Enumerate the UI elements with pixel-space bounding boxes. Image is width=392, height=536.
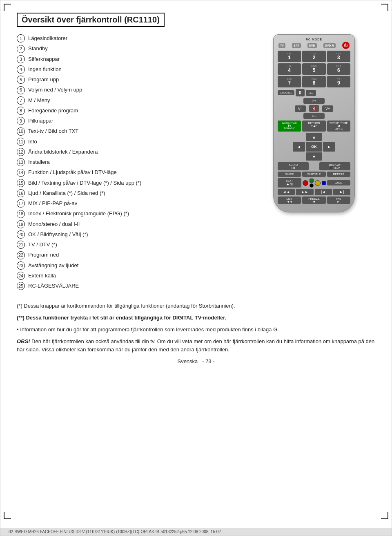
content-area: 1Lägesindikatorer2Standby3Sifferknappar4… [17, 34, 375, 292]
list-number-17: 17 [17, 199, 25, 208]
nav-right-button[interactable]: ► [323, 142, 335, 152]
nav-down-button[interactable]: ▼ [306, 152, 322, 161]
list-item-4: 4Ingen funktion [17, 65, 253, 74]
mode-buttons-row: TV SAT DVD DVD-R ⏻ [278, 42, 350, 49]
green-button[interactable] [310, 179, 314, 183]
num-btn-9[interactable]: YZ9 [327, 76, 350, 87]
red-button[interactable] [303, 180, 308, 186]
text-color-row: TEXT►/II LANG [278, 178, 350, 188]
fforward-button[interactable]: ►► [296, 189, 313, 195]
list-number-25: 25 [17, 282, 25, 290]
prev-button[interactable]: |◄ [315, 189, 332, 195]
num-btn-3[interactable]: GHI3 [327, 51, 350, 62]
page-title: Översikt över fjärrkontroll (RC1110) [17, 13, 165, 27]
number-grid: ABC1 DEF2 GHI3 JKL4 MNO5 PQR6 STU7 VWX8 … [278, 51, 350, 87]
remote-diagram: RC MODE TV SAT DVD DVD-R ⏻ ABC1 DEF2 GHI… [261, 34, 375, 212]
list-label-21: TV / DTV (*) [28, 241, 57, 249]
list-number-5: 5 [17, 76, 25, 84]
list-item-5: 5Program upp [17, 76, 253, 84]
bottom-row: LIST◄◄ FREEZE■ FAV►| [278, 197, 350, 204]
list-label-16: Ljud / Kanallista (*) / Sida ned (*) [28, 189, 105, 197]
dash-button[interactable]: -/– [306, 90, 316, 96]
dvd-mode-btn[interactable]: DVD [307, 43, 317, 48]
fav-button[interactable]: FAV►| [327, 197, 350, 204]
yellow-button[interactable] [315, 180, 321, 186]
list-item-22: 22Program ned [17, 251, 253, 259]
stop-button[interactable] [310, 183, 314, 188]
prog-up-button[interactable]: P+ [303, 98, 324, 104]
list-number-13: 13 [17, 158, 25, 166]
prog-down-button[interactable]: P– [303, 113, 324, 119]
audio-button[interactable]: AUDIOI-II [278, 162, 309, 170]
list-number-19: 19 [17, 220, 25, 228]
page-num-label: - 73 - [202, 358, 214, 364]
list-number-10: 10 [17, 127, 25, 136]
list-label-22: Program ned [28, 251, 59, 259]
lang-button[interactable]: LANG [327, 180, 351, 185]
list-number-2: 2 [17, 45, 25, 53]
zero-button[interactable]: 0 [296, 89, 305, 96]
list-label-6: Volym ned / Volym upp [28, 86, 82, 94]
corner-mark-tl [4, 4, 11, 11]
list-number-21: 21 [17, 241, 25, 249]
nav-up-button[interactable]: ▲ [306, 133, 322, 141]
list-item-12: 12Ändra bildstorlek / Expandera [17, 148, 253, 156]
list-label-9: Pilknappar [28, 117, 53, 125]
vol-plus-button[interactable]: V+ [322, 105, 333, 112]
vol-minus-button[interactable]: V– [295, 105, 306, 112]
list-number-11: 11 [17, 138, 25, 146]
mute-button[interactable]: 🔇 [309, 105, 319, 112]
display-button[interactable]: DISPLAY⬛ HELP [319, 162, 350, 170]
freeze-button[interactable]: FREEZE■ [302, 197, 325, 204]
list-item-14: 14Funktion / Ljudspråk på/av i DTV-läge [17, 168, 253, 176]
rewind-button[interactable]: ◄◄ [278, 189, 295, 195]
num-btn-1[interactable]: ABC1 [278, 51, 301, 62]
text-button[interactable]: TEXT►/II [278, 178, 301, 188]
nav-left-button[interactable]: ◄ [293, 142, 305, 152]
guide-button[interactable]: GUIDE [278, 172, 301, 177]
num-btn-4[interactable]: JKL4 [278, 63, 301, 75]
num-btn-6[interactable]: PQR6 [327, 63, 350, 75]
page-number: Svenska - 73 - [17, 358, 375, 364]
repeat-button[interactable]: REPEAT [327, 172, 350, 177]
list-item-21: 21TV / DTV (*) [17, 241, 253, 249]
list-number-22: 22 [17, 251, 25, 259]
list-label-15: Bild / Textning på/av i DTV-läge (*) / S… [28, 179, 141, 187]
tv-mode-btn[interactable]: TV [278, 43, 285, 48]
list-label-5: Program upp [28, 76, 59, 84]
list-label-12: Ändra bildstorlek / Expandera [28, 148, 98, 156]
list-item-25: 25RC-LÄGESVÄLJARE [17, 282, 253, 290]
num-btn-7[interactable]: STU7 [278, 76, 301, 87]
num-btn-2[interactable]: DEF2 [302, 51, 325, 62]
vsource-button[interactable]: V.SOURCE [278, 90, 294, 95]
list-item-13: 13Installera [17, 158, 253, 166]
next-button[interactable]: ►| [333, 189, 350, 195]
subtitle-button[interactable]: SUBTITLE [302, 172, 325, 177]
list-number-23: 23 [17, 261, 25, 270]
watch-tv-button[interactable]: WATCH TV/C TV TV-RADIO [278, 121, 301, 132]
list-label-18: Index / Elektronisk programguide (EPG) (… [28, 210, 129, 218]
num-btn-8[interactable]: VWX8 [302, 76, 325, 87]
blue-button[interactable] [322, 181, 326, 185]
list-label-23: Avstängning av ljudet [28, 261, 78, 270]
corner-mark-bl [4, 512, 11, 519]
note-2: (**) Dessa funktioner tryckta i fet stil… [17, 314, 375, 322]
num-btn-5[interactable]: MNO5 [302, 63, 325, 75]
list-button[interactable]: LIST◄◄ [278, 197, 301, 204]
list-item-2: 2Standby [17, 45, 253, 53]
power-button[interactable]: ⏻ [342, 42, 350, 49]
list-item-18: 18Index / Elektronisk programguide (EPG)… [17, 210, 253, 218]
list-number-6: 6 [17, 86, 25, 94]
transport-row: ◄◄ ►► |◄ ►| [278, 189, 350, 195]
return-button[interactable]: RETURN P◄P [302, 121, 325, 132]
list-number-20: 20 [17, 230, 25, 239]
setup-button[interactable]: SETUP / TIME M OPTS [327, 121, 350, 132]
list-item-24: 24Extern källa [17, 272, 253, 280]
nav-cross: ▲ ◄ OK ► ▼ [293, 133, 335, 161]
dvdr-mode-btn[interactable]: DVD-R [323, 43, 336, 48]
list-label-13: Installera [28, 158, 50, 166]
list-number-16: 16 [17, 189, 25, 197]
footer-bar: 02-SWED-MB26 FACEOFF FINLUX IDTV-(11£731… [0, 528, 392, 536]
sat-mode-btn[interactable]: SAT [292, 43, 301, 48]
ok-button[interactable]: OK [306, 142, 322, 152]
